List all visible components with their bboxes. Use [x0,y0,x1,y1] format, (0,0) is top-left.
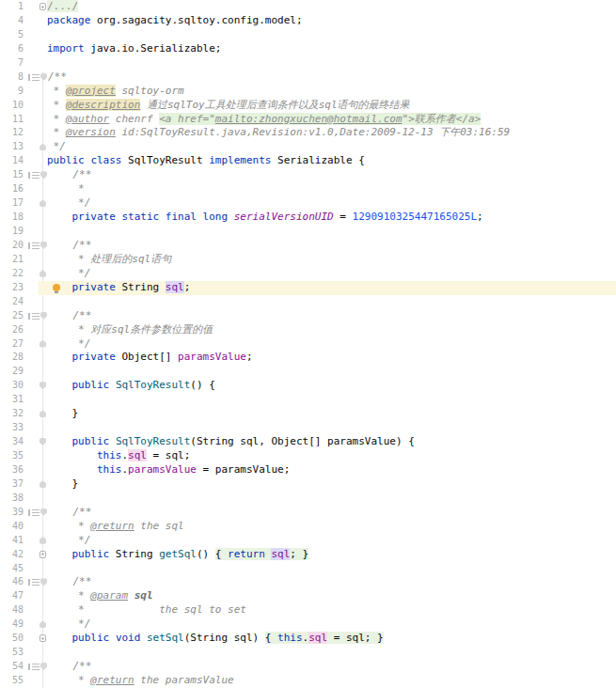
gutter-line-number[interactable]: 4 [0,14,26,28]
gutter-line-number[interactable]: 8 [0,70,26,85]
gutter-line-number[interactable]: 7 [0,56,26,70]
code-text[interactable]: */ [47,196,616,211]
code-text[interactable]: * 对应sql条件参数位置的值 [47,323,616,337]
code-line[interactable]: 36 this.paramsValue = paramsValue; [0,463,616,477]
code-line[interactable]: 21 * 处理后的sql语句 [0,253,616,267]
code-line[interactable]: 13 */ [0,140,616,154]
fold-marker-start[interactable] [39,438,46,446]
code-line[interactable]: 32 } [0,407,616,421]
gutter-line-number[interactable]: 9 [0,85,26,99]
code-line[interactable]: 45 [0,562,616,576]
gutter-line-number[interactable]: 46 [0,575,26,589]
gutter-line-number[interactable]: 36 [0,463,26,477]
code-line[interactable]: 7 [0,56,616,70]
code-text[interactable]: * @param sql [47,589,616,603]
code-line[interactable]: 4package org.sagacity.sqltoy.config.mode… [0,14,616,28]
fold-marker-start[interactable] [40,171,47,179]
gutter-line-number[interactable]: 11 [0,113,26,127]
fold-marker-end[interactable] [39,340,46,348]
fold-marker-plus[interactable] [39,551,46,558]
code-line[interactable]: 10 * @description 通过sqlToy工具处理后查询条件以及sql… [0,99,616,113]
code-text[interactable] [47,295,616,309]
gutter-line-number[interactable]: 50 [0,632,26,646]
code-line[interactable]: 12 * @version id:SqlToyResult.java,Revis… [0,126,616,140]
code-line[interactable]: 17 */ [0,196,616,211]
fold-marker-end[interactable] [39,480,46,488]
code-text[interactable]: private Object[] paramsValue; [47,351,616,365]
code-text[interactable]: } [47,477,616,492]
code-text[interactable] [47,492,616,506]
gutter-line-number[interactable]: 21 [0,253,26,267]
fold-marker-start[interactable] [40,663,47,670]
code-line[interactable]: 15 /** [0,168,616,182]
fold-marker-start[interactable] [39,382,46,389]
code-line[interactable]: 19 [0,225,616,239]
code-line[interactable]: 46 /** [0,575,616,589]
gutter-line-number[interactable]: 15 [0,168,26,182]
fold-marker-end[interactable] [39,537,46,544]
code-text[interactable]: public class SqlToyResult implements Ser… [47,154,616,168]
code-line[interactable]: 31 [0,393,616,407]
code-text[interactable]: /.../ [47,0,616,14]
code-text[interactable] [47,28,616,42]
code-line[interactable]: 42 public String getSql() { return sql; … [0,548,616,562]
code-text[interactable]: */ [47,337,616,352]
gutter-line-number[interactable]: 40 [0,520,26,534]
code-line[interactable]: 48 * the sql to set [0,603,616,618]
gutter-line-number[interactable]: 34 [0,435,26,449]
code-text[interactable]: public SqlToyResult() { [47,379,616,393]
gutter-line-number[interactable]: 18 [0,211,26,225]
code-text[interactable]: /** [48,168,616,182]
gutter-line-number[interactable]: 42 [0,548,26,562]
code-text[interactable]: */ [47,618,616,632]
code-text[interactable] [47,393,616,407]
gutter-line-number[interactable]: 22 [0,267,26,281]
code-text[interactable]: private static final long serialVersionU… [47,211,616,225]
code-line[interactable]: 47 * @param sql [0,589,616,603]
code-line[interactable]: 1/.../ [0,0,616,14]
code-line[interactable]: 16 * [0,182,616,196]
gutter-line-number[interactable]: 41 [0,534,26,548]
fold-marker-start[interactable] [40,578,47,586]
gutter-line-number[interactable]: 30 [0,379,26,393]
gutter-line-number[interactable]: 13 [0,140,26,154]
gutter-line-number[interactable]: 29 [0,365,26,379]
gutter-line-number[interactable]: 47 [0,589,26,603]
gutter-line-number[interactable]: 53 [0,646,26,660]
code-text[interactable]: /** [48,575,616,589]
code-line[interactable]: 50 public void setSql(String sql) { this… [0,632,616,646]
gutter-line-number[interactable]: 6 [0,42,26,56]
code-line[interactable]: 9 * @project sqltoy-orm [0,85,616,99]
code-text[interactable]: * @description 通过sqlToy工具处理后查询条件以及sql语句的… [47,99,616,113]
code-line[interactable]: 26 * 对应sql条件参数位置的值 [0,323,616,337]
gutter-line-number[interactable]: 5 [0,28,26,42]
code-line[interactable]: 22 */ [0,267,616,281]
gutter-line-number[interactable]: 25 [0,309,26,323]
code-text[interactable]: this.sql = sql; [47,449,616,463]
gutter-line-number[interactable]: 10 [0,99,26,113]
code-text[interactable]: * @project sqltoy-orm [47,85,616,99]
gutter-line-number[interactable]: 54 [0,660,26,674]
code-line[interactable]: 25 /** [0,309,616,323]
gutter-line-number[interactable]: 32 [0,407,26,421]
fold-marker-start[interactable] [40,242,47,249]
render-doc-icon[interactable] [28,579,39,586]
gutter-line-number[interactable]: 35 [0,449,26,463]
render-doc-icon[interactable] [28,242,39,249]
code-line[interactable]: 5 [0,28,616,42]
code-text[interactable] [47,421,616,435]
gutter-line-number[interactable]: 48 [0,603,26,618]
code-text[interactable]: * @author chenrf <a href="mailto:zhongxu… [47,113,616,127]
code-line[interactable]: 53 [0,646,616,660]
code-line[interactable]: 8/** [0,70,616,85]
fold-marker-start[interactable] [40,508,47,516]
code-text[interactable] [47,56,616,70]
gutter-line-number[interactable]: 1 [0,0,26,14]
code-line[interactable]: 20 /** [0,239,616,253]
code-line[interactable]: 34 public SqlToyResult(String sql, Objec… [0,435,616,449]
fold-marker-start[interactable] [40,312,47,320]
code-text[interactable]: /** [48,506,616,520]
code-line[interactable]: 23 private String sql; [0,281,616,295]
gutter-line-number[interactable]: 23 [0,281,26,295]
code-line[interactable]: 54 /** [0,660,616,674]
